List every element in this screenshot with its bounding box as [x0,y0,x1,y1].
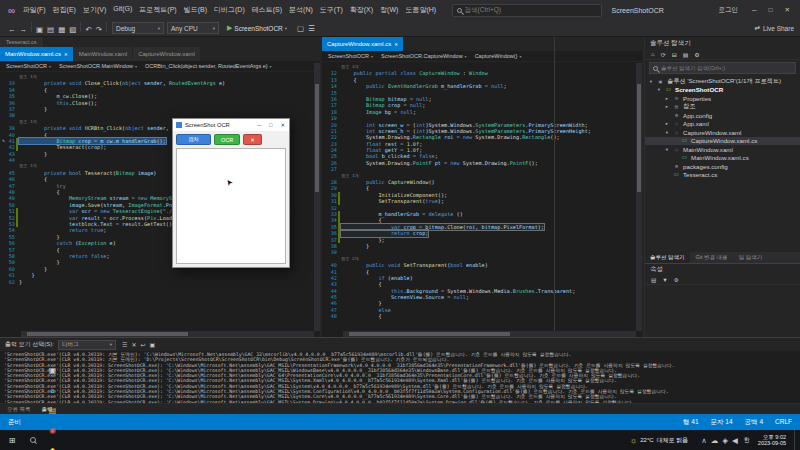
show-all-files-icon[interactable]: ▤ [681,51,691,58]
codelens-references[interactable]: 참조 1개 [19,163,37,168]
volume-icon[interactable]: ◀ [730,436,740,445]
horizontal-scrollbar[interactable] [343,331,636,337]
output-list-icon[interactable]: ☰ [120,342,129,348]
save-icon[interactable]: ▦ [56,25,67,34]
menu-item[interactable]: 확장(X) [346,3,376,17]
more-tools-icon[interactable]: ☰ [306,24,317,33]
toggle-output-icon[interactable]: ▣ [147,342,157,348]
save-all-icon[interactable]: ▧ [67,25,78,34]
close-icon[interactable]: ✕ [394,42,398,47]
menu-item[interactable]: 편집(E) [49,3,79,17]
alphabetical-icon[interactable]: ▼ [660,277,669,283]
code-editor[interactable]: 참조 3개12 public partial class CaptureWind… [322,62,642,337]
menu-item[interactable]: 창(W) [377,3,402,17]
menu-item[interactable]: 테스트(S) [248,3,285,17]
minimize-icon[interactable]: ─ [256,122,262,128]
editor-tab[interactable]: CaptureWindow.xaml [133,47,200,61]
menu-item[interactable]: 파일(F) [19,3,49,17]
breadcrumb-item[interactable]: OCRBtn_Click(object sender, RoutedEventA… [145,63,272,69]
home-icon[interactable]: ⌂ [649,51,657,57]
properties-icon[interactable]: ⚙ [692,51,701,58]
property-pages-icon[interactable]: ⚙ [672,277,681,283]
menu-item[interactable]: 프로젝트(P) [136,3,180,17]
close-icon[interactable]: ✕ [279,122,286,128]
menu-item[interactable]: Git(G) [110,3,136,17]
new-project-icon[interactable]: ▣ [34,25,45,34]
start-button[interactable]: ⊞ [2,430,22,450]
tree-item[interactable]: ⚙packages.config [645,162,800,171]
live-share-button[interactable]: ⇄ Live Share [754,24,794,32]
tree-item[interactable]: ▾◇MainWindow.xaml [645,145,800,154]
signin-button[interactable]: 로그인 [719,6,739,15]
configuration-dropdown[interactable]: Debug▾ [112,22,164,34]
expander-icon[interactable]: ▾ [648,79,654,84]
nav-back-icon[interactable]: ← [6,25,18,34]
tree-item[interactable]: C#Tesseract.cs [645,171,800,180]
menu-item[interactable]: 디버그(D) [211,3,249,17]
attach-debugger-icon[interactable]: ▢ [295,24,306,33]
tree-item[interactable]: ⚙App.config [645,111,800,120]
output-log[interactable]: 'ScreenShotOCR.exe'(CLR v4.0.30319: 기본 도… [0,351,800,403]
tree-item[interactable]: ▾◇CaptureWindow.xaml [645,128,800,137]
panel-tab[interactable]: 오류 목록 [2,404,36,414]
codelens-references[interactable]: 참조 3개 [341,64,359,69]
weather-widget[interactable]: ☼ 22°C 대체로 맑음 [626,436,692,445]
close-icon[interactable]: ✕ [779,6,796,14]
menu-item[interactable]: 빌드(B) [180,3,210,17]
onedrive-icon[interactable]: ☁ [709,436,721,445]
pinned-app-icon[interactable]: ◆ [43,440,62,450]
tree-item[interactable]: ▸◇App.xaml [645,120,800,129]
expander-icon[interactable]: ▸ [664,96,670,101]
menu-item[interactable]: 도구(T) [316,3,346,17]
taskbar-search-button[interactable] [23,430,42,450]
platform-dropdown[interactable]: Any CPU▾ [167,22,219,34]
ocr-result-textbox[interactable] [176,148,286,264]
expander-icon[interactable]: ▸ [664,121,670,126]
nav-forward-icon[interactable]: → [18,25,30,34]
vertical-scrollbar[interactable] [636,63,642,331]
expander-icon[interactable]: ▸ [664,104,670,109]
expander-icon[interactable]: ▾ [664,130,670,135]
dialog-button[interactable]: ✕ [243,134,262,145]
collapse-all-icon[interactable]: ⊟ [670,51,679,58]
redo-icon[interactable]: ↷ [94,25,104,34]
menu-item[interactable]: 도움말(H) [402,3,440,17]
categorized-icon[interactable]: ▤ [649,277,658,283]
undo-icon[interactable]: ↶ [83,25,93,34]
taskbar-clock[interactable]: 오후 9:02 2023-09-05 [758,434,786,447]
menu-item[interactable]: 분석(N) [286,3,317,17]
open-file-icon[interactable]: ▤ [45,25,56,34]
breadcrumb-item[interactable]: ScreenShotOCR▾ [328,53,373,59]
start-debugging-button[interactable]: ▶ ScreenShotOCR ▾ [222,24,292,32]
tree-item[interactable]: ▸⚙Properties [645,94,800,103]
expander-icon[interactable]: ▾ [664,147,670,152]
panel-tab[interactable]: 솔루션 탐색기 [645,252,690,263]
breadcrumb-item[interactable]: ScreenShotOCR▾ [6,63,51,69]
tree-item[interactable]: ▸▤참조 [645,103,800,112]
dialog-button[interactable]: OCR [214,134,240,145]
vertical-scrollbar[interactable] [314,63,320,331]
breadcrumb-item[interactable]: ScreenShotOCR.MainWindow▾ [59,63,137,69]
panel-tab[interactable]: Git 변경 내용 [691,252,733,263]
horizontal-scrollbar[interactable] [21,331,314,337]
minimize-icon[interactable]: ─ [746,6,763,14]
breadcrumb-item[interactable]: ScreenShotOCR.CaptureWindow▾ [381,53,467,59]
tree-item[interactable]: ▾C#ScreenShotOCR [645,86,800,95]
codelens-references[interactable]: 참조 1개 [19,74,37,79]
maximize-icon[interactable]: □ [268,122,273,128]
codelens-references[interactable]: 참조 2개 [341,256,359,261]
close-icon[interactable]: ✕ [64,52,68,57]
screenshot-ocr-app-window[interactable]: ScreenShot OCR ─□✕ 캡처OCR✕ [172,118,290,268]
codelens-references[interactable]: 참조 1개 [19,119,37,124]
editor-tab[interactable]: MainWindow.xaml [74,47,132,61]
network-icon[interactable]: ◈ [720,436,730,445]
tree-item[interactable]: C#CaptureWindow.xaml.cs [645,137,800,146]
output-source-dropdown[interactable]: 디버그▾ [58,340,116,350]
dialog-button[interactable]: 캡처 [176,134,211,145]
menu-item[interactable]: 보기(V) [79,3,109,17]
tray-chevron-icon[interactable]: ∧ [699,436,709,445]
file-explorer-icon[interactable]: ▤ [43,400,62,420]
maximize-icon[interactable]: □ [763,6,779,14]
expander-icon[interactable]: ▾ [656,87,662,92]
tree-item[interactable]: C#MainWindow.xaml.cs [645,154,800,163]
